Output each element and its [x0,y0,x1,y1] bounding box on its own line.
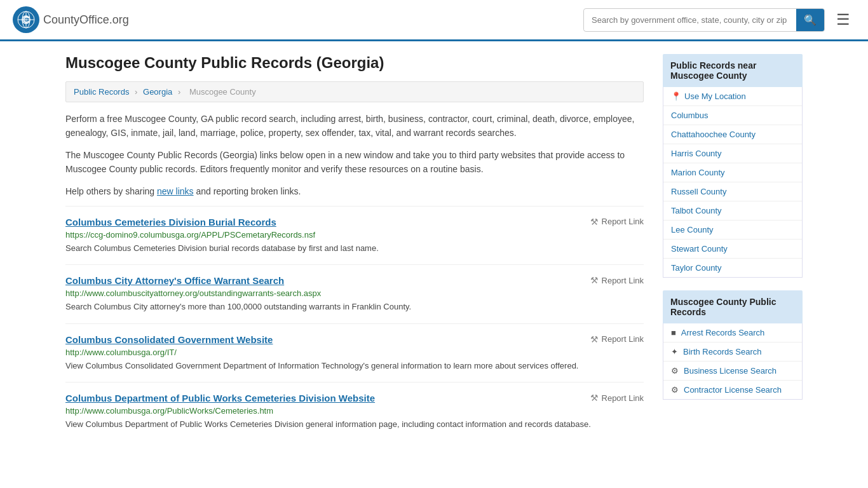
nearby-item[interactable]: Harris County [663,144,802,163]
nearby-item[interactable]: Stewart County [663,240,802,259]
sidebar-record-icon: ⚙ [671,385,679,395]
record-title[interactable]: Columbus Department of Public Works Ceme… [65,393,375,403]
nearby-item-link[interactable]: Chattahoochee County [671,130,756,139]
nearby-item-link[interactable]: Lee County [671,225,714,234]
report-link[interactable]: ⚒ Report Link [590,334,644,344]
report-link[interactable]: ⚒ Report Link [590,217,644,227]
nearby-items: 📍 Use My Location ColumbusChattahoochee … [663,87,803,278]
breadcrumb-link-georgia[interactable]: Georgia [143,87,172,97]
nearby-item-link[interactable]: Marion County [671,168,725,177]
nearby-section: Public Records near Muscogee County 📍 Us… [663,54,803,278]
sidebar-record-link[interactable]: Contractor License Search [684,385,782,395]
use-location-link[interactable]: Use My Location [684,92,746,101]
sidebar-record-item[interactable]: ■ Arrest Records Search [663,323,802,342]
nearby-title: Public Records near Muscogee County [663,54,803,87]
nearby-item-link[interactable]: Stewart County [671,244,728,254]
breadcrumb-link-public-records[interactable]: Public Records [74,87,129,97]
menu-icon[interactable]: ☰ [831,8,855,31]
search-input[interactable] [584,10,796,30]
sidebar-record-item[interactable]: ⚙ Business License Search [663,362,802,381]
page-title: Muscogee County Public Records (Georgia) [65,54,644,72]
content: Muscogee County Public Records (Georgia)… [65,54,644,441]
sidebar-record-icon: ■ [671,328,676,337]
records-section-title: Muscogee County Public Records [663,290,803,323]
nearby-item-link[interactable]: Talbot County [671,206,722,215]
nearby-item[interactable]: Lee County [663,220,802,240]
nearby-list: ColumbusChattahoochee CountyHarris Count… [663,106,802,277]
logo-icon: C [13,6,39,33]
use-location-item[interactable]: 📍 Use My Location [663,87,802,106]
record-entry: Columbus Consolidated Government Website… [65,323,644,383]
header: C CountyOffice.org 🔍 ☰ [0,0,868,41]
record-entry: Columbus Cemeteries Division Burial Reco… [65,206,644,265]
record-title[interactable]: Columbus City Attorney's Office Warrant … [65,275,284,286]
record-entry: Columbus Department of Public Works Ceme… [65,382,644,441]
nearby-item-link[interactable]: Russell County [671,187,726,196]
breadcrumb: Public Records › Georgia › Muscogee Coun… [65,81,644,102]
record-url: http://www.columbusga.org/IT/ [65,348,644,357]
sidebar-record-icon: ⚙ [671,366,679,376]
record-url: http://www.columbusga.org/PublicWorks/Ce… [65,406,644,416]
nearby-item[interactable]: Talbot County [663,201,802,220]
record-title[interactable]: Columbus Consolidated Government Website [65,334,273,345]
intro-paragraph-1: Perform a free Muscogee County, GA publi… [65,112,644,140]
nearby-item[interactable]: Columbus [663,106,802,125]
sidebar-record-link[interactable]: Business License Search [684,366,776,376]
record-title[interactable]: Columbus Cemeteries Division Burial Reco… [65,217,276,227]
report-icon: ⚒ [590,275,599,285]
record-desc: View Columbus Consolidated Government De… [65,360,644,372]
intro-paragraph-3: Help others by sharing new links and rep… [65,184,644,198]
record-desc: View Columbus Department of Public Works… [65,418,644,431]
sidebar-records-list: ■ Arrest Records Search ✦ Birth Records … [663,323,802,399]
intro-paragraph-2: The Muscogee County Public Records (Geor… [65,148,644,177]
record-desc: Search Columbus City attorney's more tha… [65,301,644,313]
main-container: Muscogee County Public Records (Georgia)… [53,41,815,454]
report-icon: ⚒ [590,334,599,344]
records-section: Muscogee County Public Records ■ Arrest … [663,290,803,400]
nearby-item[interactable]: Taylor County [663,259,802,277]
nearby-item[interactable]: Chattahoochee County [663,125,802,144]
search-button[interactable]: 🔍 [796,9,824,31]
nearby-item-link[interactable]: Harris County [671,149,721,158]
new-links-link[interactable]: new links [157,186,194,196]
nearby-item-link[interactable]: Taylor County [671,263,721,273]
sidebar-record-icon: ✦ [671,347,678,356]
record-url: http://www.columbuscityattorney.org/outs… [65,288,644,298]
report-icon: ⚒ [590,217,599,227]
record-desc: Search Columbus Cemeteries Division buri… [65,242,644,255]
pin-icon: 📍 [671,92,681,101]
search-bar[interactable]: 🔍 [583,8,825,32]
record-entry: Columbus City Attorney's Office Warrant … [65,264,644,323]
sidebar-record-link[interactable]: Arrest Records Search [681,328,765,337]
sidebar-record-link[interactable]: Birth Records Search [683,347,762,356]
nearby-item-link[interactable]: Columbus [671,111,709,120]
record-url: https://ccg-domino9.columbusga.org/APPL/… [65,230,644,240]
sidebar: Public Records near Muscogee County 📍 Us… [663,54,803,441]
records-list: Columbus Cemeteries Division Burial Reco… [65,206,644,441]
sidebar-record-item[interactable]: ⚙ Contractor License Search [663,381,802,399]
logo[interactable]: C CountyOffice.org [13,6,129,33]
sidebar-record-item[interactable]: ✦ Birth Records Search [663,342,802,362]
records-items: ■ Arrest Records Search ✦ Birth Records … [663,323,803,400]
logo-text: CountyOffice.org [43,13,129,27]
report-link[interactable]: ⚒ Report Link [590,275,644,285]
nearby-item[interactable]: Marion County [663,163,802,182]
report-link[interactable]: ⚒ Report Link [590,393,644,403]
breadcrumb-current: Muscogee County [189,87,256,97]
nearby-item[interactable]: Russell County [663,182,802,201]
header-right: 🔍 ☰ [583,8,855,32]
report-icon: ⚒ [590,393,599,403]
